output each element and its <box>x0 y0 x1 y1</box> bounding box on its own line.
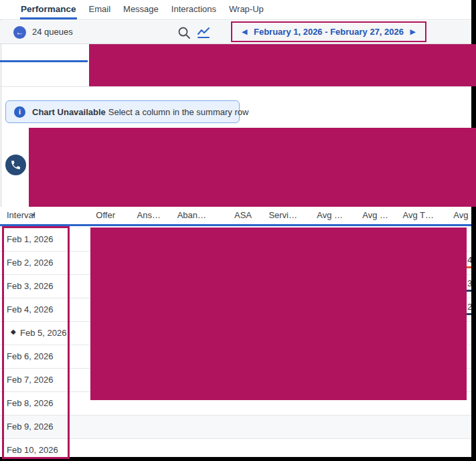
info-icon: i <box>14 106 25 118</box>
interval-cell: Feb 1, 2026 <box>7 234 53 244</box>
redaction-block-chart-tabs <box>89 44 476 86</box>
summary-row-indicator <box>0 224 476 226</box>
table-row[interactable]: Feb 9, 2026 <box>0 416 476 439</box>
performance-dashboard: PerformanceEmailMessageInteractionsWrap-… <box>0 0 476 461</box>
search-button[interactable] <box>177 25 191 40</box>
back-button[interactable]: ← <box>13 26 26 39</box>
interval-cell: Feb 3, 2026 <box>7 281 53 291</box>
chart-unavailable-banner: i Chart UnavailableSelect a column in th… <box>5 100 240 123</box>
table-row[interactable]: Feb 10, 2026 <box>0 439 476 457</box>
phone-icon <box>10 159 21 171</box>
interval-cell: Feb 9, 2026 <box>7 422 53 432</box>
tab-interactions[interactable]: Interactions <box>171 0 217 19</box>
active-subtab-indicator <box>0 60 88 62</box>
queues-count-label: 24 queues <box>32 27 73 37</box>
previous-range-button[interactable]: ◀ <box>242 27 247 36</box>
column-header-4[interactable]: ASA <box>212 210 252 220</box>
redaction-block-summary-row <box>29 128 476 207</box>
tab-email[interactable]: Email <box>88 0 112 19</box>
column-header-7[interactable]: Avg … <box>348 210 388 220</box>
column-header-6[interactable]: Avg … <box>303 210 343 220</box>
column-header-8[interactable]: Avg T… <box>394 210 434 220</box>
tab-message[interactable]: Message <box>123 0 159 19</box>
next-range-button[interactable]: ▶ <box>410 27 416 36</box>
interval-cell: Feb 2, 2026 <box>7 258 53 268</box>
banner-message: Select a column in the summary row <box>108 107 249 117</box>
banner-title: Chart Unavailable <box>32 107 106 117</box>
date-range-label[interactable]: February 1, 2026 - February 27, 2026 <box>254 27 404 37</box>
interval-cell: Feb 6, 2026 <box>7 351 53 361</box>
line-chart-icon <box>196 25 211 40</box>
interval-cell: Feb 5, 2026 <box>20 328 66 338</box>
interval-cell: Feb 10, 2026 <box>7 445 58 455</box>
top-tab-bar: PerformanceEmailMessageInteractionsWrap-… <box>0 0 471 20</box>
interval-cell: Feb 4, 2026 <box>7 304 53 314</box>
column-header-1[interactable]: Offer <box>75 210 115 220</box>
date-range-picker[interactable]: ◀ February 1, 2026 - February 27, 2026 ▶ <box>231 21 426 42</box>
row-marker-diamond-icon: ◆ <box>11 328 16 335</box>
voice-media-type-badge <box>5 155 26 175</box>
section-divider <box>0 86 471 87</box>
table-header-row: Interval▾OfferAns…Aban…ASAServi…Avg …Avg… <box>0 207 476 224</box>
column-header-5[interactable]: Servi… <box>257 210 297 220</box>
tab-wrap-up[interactable]: Wrap-Up <box>228 0 264 19</box>
interval-cell: Feb 7, 2026 <box>7 375 53 385</box>
chart-view-button[interactable] <box>196 25 211 40</box>
banner-text: Chart UnavailableSelect a column in the … <box>32 107 248 117</box>
search-icon <box>177 25 191 40</box>
sort-caret-icon[interactable]: ▾ <box>32 211 35 218</box>
column-header-interval[interactable]: Interval <box>7 210 35 220</box>
screen-bottom-letterbox <box>0 457 476 461</box>
toolbar: ← 24 queues ◀ February 1, 2026 - Februar… <box>0 21 471 44</box>
column-header-2[interactable]: Ans… <box>121 210 161 220</box>
column-header-3[interactable]: Aban… <box>166 210 206 220</box>
column-header-9[interactable]: Avg … <box>439 210 476 220</box>
tab-performance[interactable]: Performance <box>20 0 77 19</box>
redaction-block-table-values <box>90 227 467 400</box>
interval-cell: Feb 8, 2026 <box>7 398 53 408</box>
